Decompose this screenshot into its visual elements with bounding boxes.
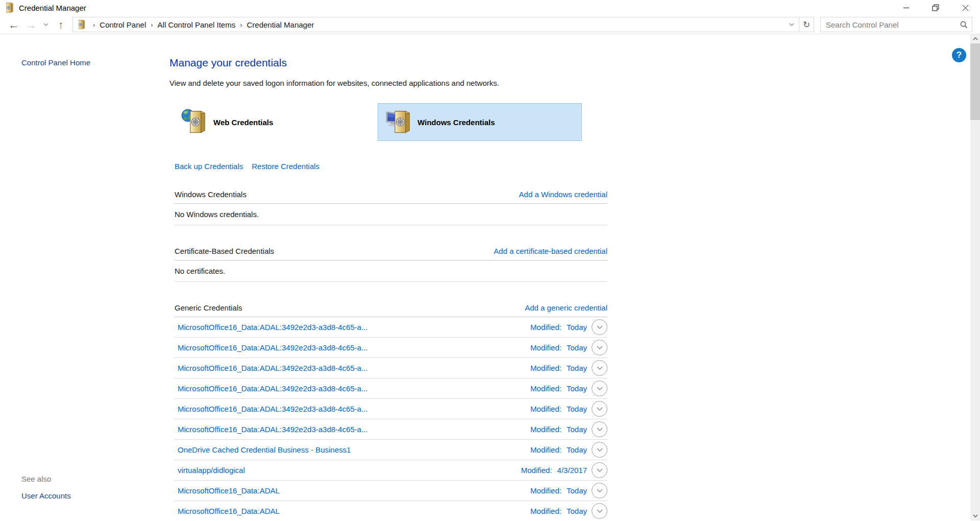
add-generic-credential-link[interactable]: Add a generic credential [525, 303, 607, 312]
restore-button[interactable] [921, 0, 950, 15]
expand-credential-button[interactable] [592, 401, 607, 417]
credential-modified-value: Today [567, 405, 587, 413]
credential-row: MicrosoftOffice16_Data:ADAL Modified: To… [175, 501, 607, 521]
windows-credentials-tile[interactable]: Windows Credentials [378, 103, 582, 141]
forward-arrow-icon: → [26, 19, 37, 30]
vault-icon [77, 19, 86, 30]
add-certificate-credential-link[interactable]: Add a certificate-based credential [494, 247, 607, 255]
credential-link[interactable]: MicrosoftOffice16_Data:ADAL:3492e2d3-a3d… [178, 384, 530, 393]
credential-modified-value: 4/3/2017 [557, 466, 587, 475]
scrollbar-thumb[interactable] [970, 43, 980, 120]
web-credentials-icon [181, 108, 209, 136]
expand-credential-button[interactable] [592, 340, 607, 356]
page-title: Manage your credentials [169, 57, 980, 69]
breadcrumb-control-panel[interactable]: Control Panel [100, 20, 146, 29]
credential-modified-value: Today [567, 507, 587, 515]
windows-credentials-empty-text: No Windows credentials. [175, 204, 607, 225]
credential-modified-value: Today [567, 445, 587, 454]
credential-row: MicrosoftOffice16_Data:ADAL Modified: To… [175, 481, 607, 501]
credential-type-tiles: Web Credentials Windows Credentials [174, 103, 980, 141]
credential-link[interactable]: virtualapp/didlogical [178, 466, 521, 475]
breadcrumb-separator-icon: › [88, 21, 100, 29]
up-button[interactable]: ↑ [52, 17, 69, 32]
sidebar-item-control-panel-home[interactable]: Control Panel Home [21, 58, 153, 67]
chevron-down-icon [597, 509, 603, 513]
minimize-button[interactable] [891, 0, 921, 15]
close-button[interactable] [950, 0, 980, 15]
scroll-down-button[interactable] [970, 511, 980, 520]
search-icon [960, 21, 968, 29]
expand-credential-button[interactable] [592, 483, 607, 499]
search-input[interactable] [826, 20, 960, 29]
credential-link[interactable]: MicrosoftOffice16_Data:ADAL [178, 486, 530, 495]
credential-modified-label: Modified: [530, 384, 561, 393]
chevron-down-icon [597, 325, 603, 329]
windows-credentials-section: Windows Credentials Add a Windows creden… [175, 190, 607, 225]
refresh-button[interactable]: ↻ [799, 17, 814, 32]
breadcrumb-all-control-panel-items[interactable]: All Control Panel Items [158, 20, 236, 29]
credential-link[interactable]: MicrosoftOffice16_Data:ADAL:3492e2d3-a3d… [178, 364, 530, 372]
credential-modified-value: Today [567, 384, 587, 393]
sidebar: Control Panel Home See also User Account… [0, 34, 153, 520]
credential-modified-label: Modified: [521, 466, 552, 475]
expand-credential-button[interactable] [592, 319, 607, 335]
credential-actions: Back up Credentials Restore Credentials [175, 162, 980, 171]
credential-modified-value: Today [567, 343, 587, 352]
search-box [820, 17, 972, 32]
credential-link[interactable]: OneDrive Cached Credential Business - Bu… [178, 445, 530, 454]
credential-modified-value: Today [567, 425, 587, 434]
chevron-down-icon [789, 23, 794, 26]
credential-row: MicrosoftOffice16_Data:ADAL:3492e2d3-a3d… [175, 378, 607, 399]
expand-credential-button[interactable] [592, 462, 607, 478]
address-dropdown-button[interactable] [785, 17, 799, 32]
credential-modified-label: Modified: [530, 343, 561, 352]
chevron-up-icon [973, 37, 978, 40]
help-button[interactable]: ? [952, 48, 966, 62]
credential-manager-app-icon [5, 2, 15, 13]
scroll-up-button[interactable] [970, 34, 980, 43]
expand-credential-button[interactable] [592, 381, 607, 396]
credentials-list: MicrosoftOffice16_Data:ADAL:3492e2d3-a3d… [175, 317, 607, 521]
content-area: Control Panel Home See also User Account… [0, 34, 980, 520]
chevron-down-icon [43, 23, 48, 26]
sidebar-item-user-accounts[interactable]: User Accounts [21, 491, 153, 500]
certificate-credentials-section: Certificate-Based Credentials Add a cert… [175, 247, 607, 282]
expand-credential-button[interactable] [592, 442, 607, 458]
title-bar: Credential Manager [0, 0, 980, 15]
vertical-scrollbar[interactable] [970, 34, 980, 520]
web-credentials-tile[interactable]: Web Credentials [174, 103, 378, 141]
chevron-down-icon [973, 514, 978, 517]
forward-button[interactable]: → [22, 17, 40, 32]
question-mark-icon: ? [957, 50, 962, 60]
credential-modified-value: Today [567, 486, 587, 495]
back-up-credentials-link[interactable]: Back up Credentials [175, 162, 243, 171]
credential-link[interactable]: MicrosoftOffice16_Data:ADAL:3492e2d3-a3d… [178, 405, 530, 413]
address-bar[interactable]: › Control Panel › All Control Panel Item… [72, 17, 799, 32]
credential-modified-label: Modified: [530, 445, 561, 454]
expand-credential-button[interactable] [592, 503, 607, 519]
breadcrumb-credential-manager[interactable]: Credential Manager [247, 20, 314, 29]
credential-row: OneDrive Cached Credential Business - Bu… [175, 440, 607, 460]
breadcrumb-separator-icon: › [235, 21, 247, 29]
certificate-credentials-section-title: Certificate-Based Credentials [175, 247, 274, 255]
chevron-down-icon [597, 489, 603, 492]
navigation-toolbar: ← → ↑ › Control Panel › All Control Pane… [0, 15, 980, 34]
credential-link[interactable]: MicrosoftOffice16_Data:ADAL:3492e2d3-a3d… [178, 343, 530, 352]
credential-modified-value: Today [567, 364, 587, 372]
add-windows-credential-link[interactable]: Add a Windows credential [519, 190, 607, 199]
credential-modified-label: Modified: [530, 364, 561, 372]
recent-locations-button[interactable] [40, 17, 52, 32]
windows-credentials-icon [385, 108, 413, 136]
credential-link[interactable]: MicrosoftOffice16_Data:ADAL:3492e2d3-a3d… [178, 425, 530, 434]
certificate-credentials-empty-text: No certificates. [175, 260, 607, 282]
credential-link[interactable]: MicrosoftOffice16_Data:ADAL:3492e2d3-a3d… [178, 323, 530, 331]
generic-credentials-section-title: Generic Credentials [175, 303, 242, 312]
expand-credential-button[interactable] [592, 421, 607, 437]
back-button[interactable]: ← [5, 17, 22, 32]
restore-credentials-link[interactable]: Restore Credentials [252, 162, 320, 171]
credential-modified-label: Modified: [530, 425, 561, 434]
sidebar-see-also-group: See also User Accounts [21, 475, 153, 500]
up-arrow-icon: ↑ [58, 19, 64, 30]
credential-link[interactable]: MicrosoftOffice16_Data:ADAL [178, 507, 530, 515]
expand-credential-button[interactable] [592, 360, 607, 376]
